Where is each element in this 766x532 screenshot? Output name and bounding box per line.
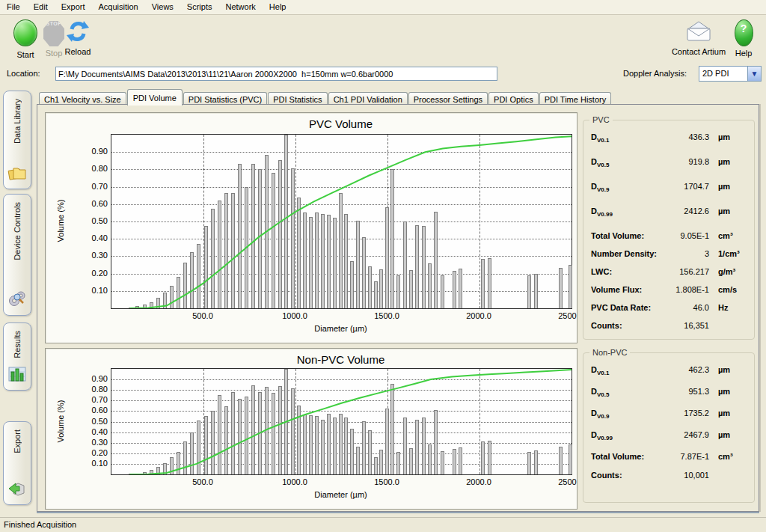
bar-chart-icon (8, 366, 26, 384)
stat-value: 7.87E-1 (661, 452, 709, 461)
menu-acquisition[interactable]: Acquisition (92, 0, 145, 13)
y-tick-label: 0.20 (79, 269, 108, 278)
pvc-x-axis-label: Diameter (µm) (314, 324, 367, 333)
stat-value: 462.3 (661, 365, 709, 374)
help-button[interactable]: ? Help (729, 18, 759, 58)
stat-unit: cm/s (718, 285, 748, 294)
tab-pdi-volume[interactable]: PDI Volume (127, 89, 183, 106)
stat-unit: Hz (718, 303, 748, 312)
chevron-down-icon[interactable]: ▼ (747, 67, 761, 81)
x-tick-label: 1500.0 (367, 311, 406, 320)
y-tick-label: 0.10 (79, 286, 108, 295)
stat-unit: g/m³ (718, 267, 748, 276)
y-tick-label: 0.10 (79, 459, 108, 468)
non-pvc-plot-area (111, 368, 572, 475)
y-tick-label: 0.80 (79, 164, 108, 173)
folders-icon (7, 165, 27, 183)
non-pvc-volume-chart: Non-PVC Volume Volume (%) Diameter (µm) … (45, 348, 577, 510)
tab-strip: Ch1 Velocity vs. SizePDI VolumePDI Stati… (39, 89, 612, 105)
x-tick-label: 2500.0 (551, 477, 577, 486)
x-tick-label: 500.0 (183, 311, 222, 320)
stat-row: Total Volume:7.87E-1cm³ (591, 452, 748, 471)
cumulative-line (111, 135, 572, 308)
y-tick-label: 0.80 (79, 385, 108, 394)
doppler-analysis-value: 2D PDI (699, 67, 747, 81)
sidebar-item-data-library[interactable]: Data Library (3, 91, 31, 189)
non-pvc-panel-title: Non-PVC (589, 348, 630, 357)
stat-unit: cm³ (718, 452, 748, 461)
menu-export[interactable]: Export (55, 0, 92, 13)
pvc-panel-title: PVC (589, 115, 613, 124)
menu-file[interactable]: File (0, 0, 27, 13)
stat-unit: µm (718, 365, 748, 374)
stat-label: Volume Flux: (591, 285, 661, 294)
stat-value: 1735.2 (661, 409, 709, 418)
menu-edit[interactable]: Edit (27, 0, 55, 13)
stat-row: DV0.1436.3µm (591, 132, 748, 157)
stat-label: Total Volume: (591, 231, 661, 240)
y-tick-label: 0.70 (79, 395, 108, 404)
stat-value: 436.3 (661, 132, 709, 141)
stat-label: DV0.9 (591, 409, 661, 420)
stat-value: 919.8 (661, 157, 709, 166)
y-tick-label: 0.90 (79, 374, 108, 383)
y-tick-label: 0.60 (79, 406, 108, 415)
contact-artium-button[interactable]: Contact Artium (669, 18, 729, 56)
y-tick-label: 0.20 (79, 448, 108, 457)
stat-label: DV0.1 (591, 365, 661, 376)
y-tick-label: 0.30 (79, 438, 108, 447)
menu-views[interactable]: Views (145, 0, 180, 13)
stat-row: PVC Data Rate:46.0Hz (591, 303, 748, 321)
contact-artium-label: Contact Artium (669, 47, 729, 56)
stat-value: 1704.7 (661, 182, 709, 191)
menu-bar: FileEditExportAcquisitionViewsScriptsNet… (0, 0, 766, 15)
stat-row: LWC:156.217g/m³ (591, 267, 748, 285)
stat-label: DV0.9 (591, 182, 661, 193)
doppler-analysis-label: Doppler Analysis: (623, 69, 687, 78)
stat-row: Counts:16,351 (591, 321, 748, 339)
doppler-analysis-select[interactable]: 2D PDI ▼ (699, 66, 762, 82)
sidebar-item-label: Results (13, 331, 22, 358)
stat-label: Counts: (591, 321, 661, 330)
stat-row: DV0.91735.2µm (591, 409, 748, 430)
stat-value: 1.808E-1 (661, 285, 709, 294)
stat-row: Total Volume:9.05E-1cm³ (591, 231, 748, 249)
help-icon: ? (735, 19, 753, 46)
toolbar: Start STOP Stop Reload Contact Artium ? … (0, 15, 766, 63)
pvc-plot-area (111, 134, 572, 309)
y-tick-label: 0.60 (79, 199, 108, 208)
pvc-y-axis-label: Volume (%) (56, 200, 65, 242)
location-input[interactable] (55, 67, 497, 81)
stat-row: DV0.992467.9µm (591, 430, 748, 452)
stat-value: 16,351 (661, 321, 709, 330)
x-tick-label: 2000.0 (459, 477, 498, 486)
stat-unit: µm (718, 182, 748, 191)
stat-row: DV0.91704.7µm (591, 182, 748, 207)
stat-value: 2467.9 (661, 430, 709, 439)
stat-label: DV0.5 (591, 157, 661, 168)
help-button-label: Help (729, 49, 759, 58)
menu-scripts[interactable]: Scripts (180, 0, 219, 13)
stat-value: 156.217 (661, 267, 709, 276)
pvc-stats-panel: PVC DV0.1436.3µmDV0.5919.8µmDV0.91704.7µ… (583, 120, 755, 340)
y-tick-label: 0.30 (79, 251, 108, 260)
status-text: Finished Acquisition (4, 520, 76, 529)
stat-label: PVC Data Rate: (591, 303, 661, 312)
sidebar-item-label: Data Library (13, 99, 22, 144)
reload-button[interactable]: Reload (57, 18, 99, 56)
stat-label: DV0.1 (591, 132, 661, 144)
stat-row: Counts:10,001 (591, 471, 748, 489)
sidebar-item-export[interactable]: Export (3, 421, 31, 505)
stat-row: Volume Flux:1.808E-1cm/s (591, 285, 748, 303)
stat-unit: µm (718, 430, 748, 439)
x-tick-label: 2000.0 (459, 311, 498, 320)
non-pvc-y-axis-label: Volume (%) (56, 400, 65, 442)
sidebar-item-results[interactable]: Results (3, 322, 31, 391)
menu-network[interactable]: Network (218, 0, 262, 13)
stat-row: DV0.5951.3µm (591, 387, 748, 409)
reload-button-label: Reload (57, 47, 99, 56)
menu-help[interactable]: Help (263, 0, 293, 13)
export-icon (7, 480, 27, 498)
pvc-chart-title: PVC Volume (111, 117, 571, 130)
sidebar-item-device-controls[interactable]: Device Controls (3, 194, 31, 316)
